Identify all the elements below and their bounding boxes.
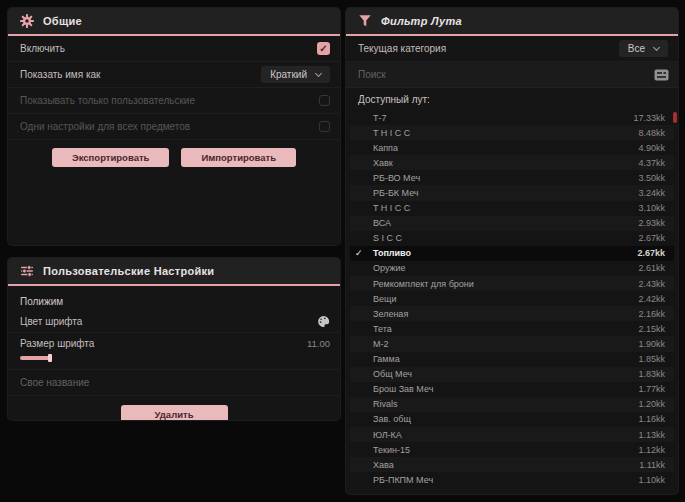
loot-item-value: 1.90kk bbox=[638, 339, 665, 349]
scrollbar-thumb[interactable] bbox=[673, 112, 677, 123]
category-value: Все bbox=[628, 43, 645, 54]
selected-item-name: Полижим bbox=[8, 286, 340, 311]
loot-row[interactable]: ВСА 2.93kk bbox=[350, 216, 674, 231]
loot-row[interactable]: ЮЛ-КА 1.13kk bbox=[350, 427, 674, 442]
name-display-value: Краткий bbox=[270, 69, 307, 80]
search-settings-icon[interactable] bbox=[654, 69, 669, 81]
custom-name-row bbox=[8, 370, 340, 396]
loot-row[interactable]: Хавк 4.37kk bbox=[350, 155, 674, 170]
import-export-row: Экспортировать Импортировать bbox=[8, 148, 340, 167]
loot-item-name: Тета bbox=[366, 324, 638, 334]
loot-item-value: 2.15kk bbox=[638, 324, 665, 334]
loot-row[interactable]: Зеленая 2.16kk bbox=[350, 306, 674, 321]
font-color-label: Цвет шрифта bbox=[20, 316, 82, 327]
loot-row[interactable]: Зав. общ 1.16kk bbox=[350, 412, 674, 427]
custom-only-label: Показывать только пользовательские bbox=[20, 95, 195, 106]
loot-row[interactable]: Ремкомплект для брони 2.43kk bbox=[350, 276, 674, 291]
import-button[interactable]: Импортировать bbox=[181, 148, 296, 167]
custom-settings-panel: Пользовательские Настройки Полижим Цвет … bbox=[8, 258, 340, 420]
palette-icon[interactable] bbox=[317, 315, 330, 328]
same-settings-checkbox[interactable] bbox=[319, 121, 330, 132]
loot-item-value: 2.67kk bbox=[638, 233, 665, 243]
loot-item-name: Общ Меч bbox=[366, 369, 638, 379]
loot-item-value: 1.10kk bbox=[638, 475, 665, 485]
search-input[interactable] bbox=[346, 69, 654, 80]
loot-item-name: М-2 bbox=[366, 339, 638, 349]
loot-item-name: ЮЛ-КА bbox=[366, 430, 638, 440]
loot-row[interactable]: Оружие 2.61kk bbox=[350, 261, 674, 276]
font-size-label: Размер шрифта bbox=[20, 338, 94, 349]
loot-row[interactable]: М-2 1.90kk bbox=[350, 336, 674, 351]
loot-row[interactable]: Гамма 1.85kk bbox=[350, 352, 674, 367]
loot-item-value: 2.16kk bbox=[638, 309, 665, 319]
loot-item-value: 2.93kk bbox=[638, 218, 665, 228]
loot-item-name: Ремкомплект для брони bbox=[366, 279, 638, 289]
loot-item-name: T H I C C bbox=[366, 203, 638, 213]
loot-row[interactable]: Вещи 2.42kk bbox=[350, 291, 674, 306]
loot-row[interactable]: РБ-ПКПМ Меч 1.10kk bbox=[350, 472, 674, 487]
delete-row: Удалить bbox=[8, 405, 340, 420]
loot-item-name: Зав. общ bbox=[366, 414, 638, 424]
category-dropdown[interactable]: Все bbox=[619, 40, 668, 57]
mod-config-page: Общие Включить ✓ Показать имя как Кратки… bbox=[0, 0, 685, 502]
loot-row[interactable]: Брош Зав Меч 1.77kk bbox=[350, 382, 674, 397]
chevron-down-icon bbox=[653, 43, 660, 50]
general-panel-title: Общие bbox=[43, 15, 82, 27]
loot-row[interactable]: T H I C C 3.10kk bbox=[350, 201, 674, 216]
loot-row[interactable]: РБ-ВО Меч 3.50kk bbox=[350, 170, 674, 185]
loot-item-name: РБ-ПКПМ Меч bbox=[366, 475, 638, 485]
loot-item-value: 8.48kk bbox=[638, 128, 665, 138]
loot-item-value: 4.90kk bbox=[638, 143, 665, 153]
gear-icon bbox=[20, 14, 34, 28]
loot-row[interactable]: Rivals 1.20kk bbox=[350, 397, 674, 412]
loot-row[interactable]: Т-7 17.33kk bbox=[350, 110, 674, 125]
category-label: Текущая категория bbox=[358, 43, 446, 54]
loot-item-name: Каппа bbox=[366, 143, 638, 153]
loot-item-value: 1.11kk bbox=[639, 460, 665, 470]
loot-item-value: 4.37kk bbox=[638, 158, 665, 168]
loot-item-name: T H I C C bbox=[366, 128, 638, 138]
name-display-dropdown[interactable]: Краткий bbox=[261, 66, 330, 83]
loot-item-name: Хава bbox=[366, 460, 639, 470]
loot-row[interactable]: Хава 1.11kk bbox=[350, 457, 674, 472]
enable-checkbox[interactable]: ✓ bbox=[317, 42, 330, 55]
loot-row[interactable]: Общ Меч 1.83kk bbox=[350, 367, 674, 382]
category-row: Текущая категория Все bbox=[346, 36, 678, 62]
custom-only-checkbox[interactable] bbox=[319, 95, 330, 106]
loot-item-value: 2.61kk bbox=[638, 263, 665, 273]
font-size-value: 11.00 bbox=[307, 338, 330, 349]
loot-item-name: S I C C bbox=[366, 233, 638, 243]
delete-button[interactable]: Удалить bbox=[121, 405, 228, 420]
loot-list: Т-7 17.33kk T H I C C 8.48kk Каппа 4.90k… bbox=[350, 110, 674, 488]
loot-row[interactable]: S I C C 2.67kk bbox=[350, 231, 674, 246]
font-size-slider[interactable] bbox=[20, 354, 160, 362]
check-icon: ✓ bbox=[355, 248, 366, 258]
general-panel: Общие Включить ✓ Показать имя как Кратки… bbox=[8, 8, 340, 245]
loot-row[interactable]: Текин-15 1.12kk bbox=[350, 442, 674, 457]
slider-handle[interactable] bbox=[48, 354, 52, 362]
loot-row[interactable]: Каппа 4.90kk bbox=[350, 140, 674, 155]
loot-item-name: Rivals bbox=[366, 399, 638, 409]
custom-settings-title: Пользовательские Настройки bbox=[43, 265, 214, 277]
loot-row[interactable]: T H I C C 8.48kk bbox=[350, 125, 674, 140]
loot-item-value: 2.42kk bbox=[638, 294, 665, 304]
loot-item-value: 1.16kk bbox=[638, 414, 665, 424]
loot-item-value: 17.33kk bbox=[633, 113, 665, 123]
custom-name-input[interactable] bbox=[8, 370, 340, 395]
loot-row[interactable]: Тета 2.15kk bbox=[350, 321, 674, 336]
loot-item-name: Топливо bbox=[366, 248, 637, 258]
export-button[interactable]: Экспортировать bbox=[52, 148, 169, 167]
loot-row[interactable]: ✓ Топливо 2.67kk bbox=[350, 246, 674, 261]
general-panel-header: Общие bbox=[8, 8, 340, 36]
custom-settings-header: Пользовательские Настройки bbox=[8, 258, 340, 286]
sliders-icon bbox=[20, 264, 34, 278]
enable-row: Включить ✓ bbox=[8, 36, 340, 62]
chevron-down-icon bbox=[315, 69, 322, 76]
font-size-row: Размер шрифта 11.00 bbox=[8, 333, 340, 370]
name-display-row: Показать имя как Краткий bbox=[8, 62, 340, 88]
loot-item-name: Хавк bbox=[366, 158, 638, 168]
same-settings-label: Одни настройки для всех предметов bbox=[20, 121, 190, 132]
loot-item-value: 1.85kk bbox=[638, 354, 665, 364]
loot-row[interactable]: РБ-БК Меч 3.24kk bbox=[350, 185, 674, 200]
loot-item-value: 1.20kk bbox=[638, 399, 665, 409]
